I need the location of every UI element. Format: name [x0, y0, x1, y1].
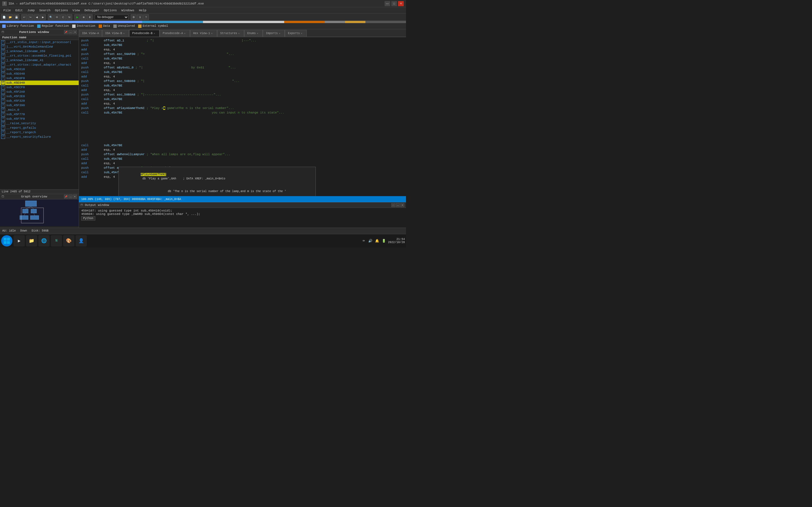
func-item[interactable]: f _main_0: [0, 108, 79, 112]
menu-options[interactable]: Options: [53, 8, 70, 13]
func-item[interactable]: f __report_securityfailure: [0, 135, 79, 139]
panel-minimize[interactable]: —: [68, 30, 72, 34]
func-item[interactable]: f __report_gsfailu: [0, 126, 79, 130]
taskbar-user[interactable]: 👤: [75, 235, 87, 246]
menu-view[interactable]: View: [70, 8, 82, 13]
tb-hex[interactable]: H: [54, 14, 60, 20]
tb-back[interactable]: ◀: [34, 14, 40, 20]
menu-edit[interactable]: Edit: [13, 8, 25, 13]
tb-new[interactable]: 📄: [1, 14, 7, 20]
taskbar-paint[interactable]: 🎨: [63, 235, 74, 246]
minimize-button[interactable]: —: [385, 1, 390, 6]
tab-pseudocode-b-close[interactable]: ✕: [154, 32, 156, 35]
tb-settings[interactable]: ⚙: [131, 14, 137, 20]
func-icon: f: [1, 130, 5, 134]
start-button[interactable]: [1, 235, 12, 246]
func-item[interactable]: f __report_rangech: [0, 130, 79, 135]
func-icon: f: [1, 40, 5, 44]
output-expand[interactable]: □: [391, 203, 395, 207]
panel-close[interactable]: ✕: [73, 30, 77, 34]
func-item[interactable]: f sub_45F7F0: [0, 117, 79, 121]
func-name: sub_45E8F0: [6, 76, 25, 80]
tab-structures-close[interactable]: ✕: [238, 32, 241, 35]
tb-fwd[interactable]: ▶: [40, 14, 46, 20]
func-icon: f: [1, 94, 5, 98]
menu-debugger[interactable]: Debugger: [82, 8, 101, 13]
tb-names[interactable]: N: [66, 14, 72, 20]
close-button[interactable]: ✕: [398, 1, 404, 6]
func-item[interactable]: f __raise_security: [0, 121, 79, 126]
func-item[interactable]: f j_unknown_libname_359: [0, 49, 79, 54]
tb-help[interactable]: ?: [143, 14, 149, 20]
function-list[interactable]: f __crt_stdio_input::input_processor( f …: [0, 40, 79, 189]
func-name: sub_45ECF0: [6, 86, 25, 89]
tab-hex-view-1-close[interactable]: ✕: [211, 32, 214, 35]
tab-pseudocode-a[interactable]: Pseudocode-A ✕: [160, 30, 190, 37]
graph-pin[interactable]: 📌: [64, 194, 68, 199]
taskbar-folder[interactable]: 📁: [26, 235, 37, 246]
legend-instruction-color: [72, 24, 75, 28]
code-area[interactable]: push offset aD_1 ; "| |---"... call sub_…: [79, 37, 406, 180]
tb-info[interactable]: ℹ: [137, 14, 143, 20]
tb-pause[interactable]: ⏸: [87, 14, 93, 20]
func-item[interactable]: f sub_45ECF0: [0, 85, 79, 90]
panel-pin[interactable]: 📌: [64, 30, 68, 34]
func-item[interactable]: f __crt_strtox::assemble_floating_poi: [0, 54, 79, 58]
menu-help[interactable]: Help: [137, 8, 149, 13]
tb-search[interactable]: 🔍: [48, 14, 54, 20]
tab-ida-view-b-close[interactable]: ✕: [123, 32, 126, 35]
menu-file[interactable]: File: [1, 8, 13, 13]
func-item[interactable]: f sub_45E8F0: [0, 76, 79, 80]
func-item[interactable]: f sub_45F2E0: [0, 94, 79, 99]
output-content[interactable]: 4594107: using guessed type int sub_4594…: [79, 208, 406, 228]
legend-instruction-label: Instruction: [77, 24, 95, 27]
func-item[interactable]: f sub_45F390: [0, 103, 79, 108]
tab-exports[interactable]: Exports ✕: [285, 30, 307, 37]
graph-minimize[interactable]: —: [68, 194, 72, 199]
menu-search[interactable]: Search: [37, 8, 53, 13]
func-item[interactable]: f sub_45E640: [0, 71, 79, 76]
menu-options2[interactable]: Options: [101, 8, 119, 13]
output-minimize[interactable]: —: [396, 203, 400, 207]
tb-undo[interactable]: ↩: [21, 14, 27, 20]
tab-imports-close[interactable]: ✕: [279, 32, 282, 35]
tb-redo[interactable]: ↪: [28, 14, 33, 20]
tab-ida-view-a[interactable]: IDA View-A: [79, 30, 102, 37]
tb-open[interactable]: 📂: [7, 14, 13, 20]
func-item[interactable]: f __crt_stdio_input::input_processor(: [0, 40, 79, 45]
tab-structures[interactable]: Structures ✕: [217, 30, 244, 37]
tb-run2[interactable]: ⏹: [81, 14, 86, 20]
taskbar-media[interactable]: ▶: [13, 235, 25, 246]
menu-jump[interactable]: Jump: [25, 8, 37, 13]
output-header-left: 🗔 Output window: [81, 203, 109, 207]
tab-hex-view-1[interactable]: Hex View-1 ✕: [190, 30, 217, 37]
tb-save[interactable]: 💾: [13, 14, 19, 20]
maximize-button[interactable]: □: [391, 1, 397, 6]
tab-enums-close[interactable]: ✕: [257, 32, 260, 35]
output-close[interactable]: ✕: [400, 203, 404, 207]
python-button[interactable]: Python: [81, 216, 95, 221]
graph-close[interactable]: ✕: [73, 194, 77, 199]
tab-imports[interactable]: Imports ✕: [263, 30, 285, 37]
func-item[interactable]: f sub_45F320: [0, 99, 79, 103]
func-item[interactable]: f j_unknown_libname_41: [0, 58, 79, 62]
func-icon: f: [1, 76, 5, 80]
menu-windows[interactable]: Windows: [119, 8, 137, 13]
taskbar-nox[interactable]: N: [51, 235, 62, 246]
func-item[interactable]: f sub_45E610: [0, 67, 79, 71]
tab-pseudocode-b[interactable]: Pseudocode-B ✕: [129, 30, 160, 37]
debugger-select[interactable]: No debugger: [95, 15, 129, 20]
graph-canvas[interactable]: [0, 200, 79, 226]
tab-exports-close[interactable]: ✕: [301, 32, 304, 35]
func-item[interactable]: f j___vcrt_GetModuleHandleW: [0, 45, 79, 49]
func-item[interactable]: f __crt_strtox::input_adapter_charact: [0, 62, 79, 67]
func-item[interactable]: f sub_45F2A0: [0, 90, 79, 94]
taskbar-chrome[interactable]: 🌐: [38, 235, 50, 246]
func-item[interactable]: f sub_45E940: [0, 80, 79, 85]
tab-enums[interactable]: Enums ✕: [244, 30, 263, 37]
tab-ida-view-b[interactable]: IDA View-B ✕: [102, 30, 129, 37]
tb-run[interactable]: ▶: [74, 14, 80, 20]
tab-pseudocode-a-close[interactable]: ✕: [184, 32, 187, 35]
tb-code[interactable]: C: [60, 14, 66, 20]
func-item[interactable]: f sub_45F770: [0, 112, 79, 117]
